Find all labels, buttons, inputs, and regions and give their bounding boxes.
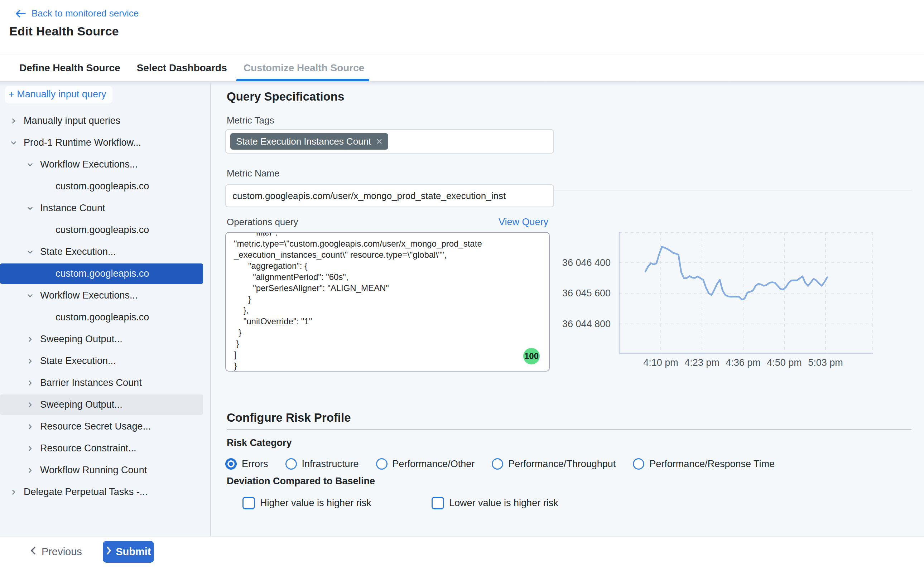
configure-risk-profile-heading: Configure Risk Profile bbox=[227, 411, 351, 424]
back-link[interactable]: Back to monitored service bbox=[14, 8, 138, 19]
remove-tag-icon[interactable]: × bbox=[376, 136, 383, 147]
metric-line-series bbox=[645, 247, 827, 300]
tree-item-label: Barrier Instances Count bbox=[40, 377, 142, 388]
chevron-right-icon bbox=[26, 422, 35, 431]
tree-item-barrier-instances-count[interactable]: Barrier Instances Count bbox=[0, 373, 203, 393]
tree-item-label: Workflow Executions... bbox=[40, 290, 138, 301]
svg-text:36 044 800: 36 044 800 bbox=[562, 319, 611, 329]
sidebar-tree: Manually input queriesProd-1 Runtime Wor… bbox=[0, 111, 210, 504]
submit-label: Submit bbox=[116, 546, 151, 558]
chevron-right-icon bbox=[106, 546, 112, 558]
tree-item-state-execution[interactable]: State Execution... bbox=[0, 351, 203, 371]
tree-item-resource-secret-usage[interactable]: Resource Secret Usage... bbox=[0, 416, 203, 437]
radio-icon bbox=[285, 458, 297, 470]
tab-select-dashboards[interactable]: Select Dashboards bbox=[137, 54, 227, 81]
chevron-right-icon bbox=[26, 400, 35, 409]
content: + Manually input query Manually input qu… bbox=[0, 81, 924, 536]
tree-item-delegate-perpetual-tasks[interactable]: Delegate Perpetual Tasks -... bbox=[0, 482, 203, 502]
tree-item-label: Delegate Perpetual Tasks -... bbox=[24, 486, 147, 498]
tree-item-label: Sweeping Output... bbox=[40, 334, 122, 345]
tree-item-label: Workflow Running Count bbox=[40, 465, 147, 476]
operations-query-editor[interactable]: "filter": "metric.type=\"custom.googleap… bbox=[225, 232, 550, 372]
risk-category-radio-performance-other[interactable]: Performance/Other bbox=[376, 458, 475, 470]
sidebar: + Manually input query Manually input qu… bbox=[0, 81, 211, 536]
deviation-checkbox-lower-value-is-higher-risk[interactable]: Lower value is higher risk bbox=[431, 497, 558, 509]
metric-tags-input[interactable]: State Execution Instances Count × bbox=[225, 129, 554, 154]
tree-item-label: Instance Count bbox=[40, 202, 105, 214]
risk-category-options: ErrorsInfrastructurePerformance/OtherPer… bbox=[225, 454, 792, 474]
radio-label: Performance/Throughput bbox=[508, 459, 616, 470]
checkbox-icon bbox=[242, 497, 255, 509]
svg-text:4:10 pm: 4:10 pm bbox=[643, 357, 678, 368]
manually-input-query-button[interactable]: + Manually input query bbox=[5, 86, 113, 104]
metric-tag-chip-label: State Execution Instances Count bbox=[236, 136, 371, 147]
metric-tags-label: Metric Tags bbox=[227, 115, 274, 126]
tree-item-label: custom.googleapis.co bbox=[56, 224, 149, 236]
tree-item-label: Resource Secret Usage... bbox=[40, 421, 151, 432]
chevron-down-icon bbox=[26, 204, 35, 213]
checkbox-label: Lower value is higher risk bbox=[449, 498, 558, 508]
chevron-right-icon bbox=[26, 379, 35, 387]
chevron-down-icon bbox=[9, 138, 18, 147]
tree-item-sweeping-output[interactable]: Sweeping Output... bbox=[0, 394, 203, 415]
deviation-label: Deviation Compared to Baseline bbox=[227, 476, 375, 487]
back-arrow-icon bbox=[14, 8, 27, 19]
tab-define-health-source[interactable]: Define Health Source bbox=[20, 54, 120, 81]
tree-item-sweeping-output[interactable]: Sweeping Output... bbox=[0, 329, 203, 350]
tree-item-manually-input-queries[interactable]: Manually input queries bbox=[0, 111, 203, 131]
tree-item-workflow-executions[interactable]: Workflow Executions... bbox=[0, 285, 203, 306]
checkbox-label: Higher value is higher risk bbox=[260, 498, 371, 508]
chevron-left-icon bbox=[29, 546, 37, 558]
radio-label: Infrastructure bbox=[302, 459, 359, 470]
tree-item-state-execution[interactable]: State Execution... bbox=[0, 242, 203, 262]
metric-name-label: Metric Name bbox=[227, 168, 279, 179]
chevron-right-icon bbox=[26, 444, 35, 453]
tree-item-workflow-running-count[interactable]: Workflow Running Count bbox=[0, 460, 203, 480]
header: Back to monitored service Edit Health So… bbox=[0, 0, 924, 54]
tree-item-label: custom.googleapis.co bbox=[56, 268, 149, 279]
chevron-right-icon bbox=[26, 335, 35, 344]
back-link-label: Back to monitored service bbox=[32, 8, 138, 19]
metric-name-input[interactable] bbox=[225, 184, 554, 207]
tab-bar: Define Health SourceSelect DashboardsCus… bbox=[0, 54, 924, 81]
svg-text:4:50 pm: 4:50 pm bbox=[767, 357, 802, 368]
deviation-options: Higher value is higher riskLower value i… bbox=[225, 493, 558, 513]
tab-customize-health-source[interactable]: Customize Health Source bbox=[243, 54, 365, 81]
deviation-checkbox-higher-value-is-higher-risk[interactable]: Higher value is higher risk bbox=[242, 497, 431, 509]
risk-category-radio-performance-throughput[interactable]: Performance/Throughput bbox=[492, 458, 616, 470]
checkbox-icon bbox=[431, 497, 444, 509]
main-panel: Query Specifications Metric Tags State E… bbox=[211, 81, 924, 536]
previous-button[interactable]: Previous bbox=[29, 546, 82, 558]
tree-item-custom-googleapis-co[interactable]: custom.googleapis.co bbox=[0, 176, 203, 196]
tree-item-instance-count[interactable]: Instance Count bbox=[0, 198, 203, 218]
tree-item-custom-googleapis-co[interactable]: custom.googleapis.co bbox=[0, 307, 203, 327]
tree-item-resource-constraint[interactable]: Resource Constraint... bbox=[0, 438, 203, 459]
view-query-link[interactable]: View Query bbox=[499, 217, 548, 228]
tree-item-custom-googleapis-co[interactable]: custom.googleapis.co bbox=[0, 220, 203, 240]
query-score-badge: 100 bbox=[523, 348, 540, 364]
operations-query-label: Operations query bbox=[227, 217, 298, 228]
risk-category-radio-errors[interactable]: Errors bbox=[225, 458, 268, 470]
tree-item-label: State Execution... bbox=[40, 246, 116, 257]
risk-category-radio-performance-response-time[interactable]: Performance/Response Time bbox=[633, 458, 775, 470]
submit-button[interactable]: Submit bbox=[103, 541, 154, 563]
risk-category-label: Risk Category bbox=[227, 437, 292, 448]
chevron-down-icon bbox=[26, 248, 35, 256]
svg-text:36 046 400: 36 046 400 bbox=[562, 257, 611, 268]
tree-item-label: Resource Constraint... bbox=[40, 443, 137, 454]
chevron-right-icon bbox=[9, 117, 18, 125]
chevron-right-icon bbox=[26, 466, 35, 475]
tree-item-prod-1-runtime-workflow[interactable]: Prod-1 Runtime Workflow... bbox=[0, 132, 203, 153]
footer: Previous Submit bbox=[0, 536, 924, 567]
metric-preview-chart: 36 046 40036 045 60036 044 8004:10 pm4:2… bbox=[559, 225, 917, 376]
page-title: Edit Health Source bbox=[9, 24, 119, 38]
tree-item-workflow-executions[interactable]: Workflow Executions... bbox=[0, 154, 203, 175]
edit-health-source-page: { "header": { "back_label": "Back to mon… bbox=[0, 0, 924, 567]
radio-icon bbox=[492, 458, 503, 470]
risk-category-radio-infrastructure[interactable]: Infrastructure bbox=[285, 458, 359, 470]
tree-item-label: Sweeping Output... bbox=[40, 399, 122, 410]
chevron-down-icon bbox=[26, 160, 35, 169]
tree-item-custom-googleapis-co[interactable]: custom.googleapis.co bbox=[0, 264, 203, 284]
radio-label: Performance/Other bbox=[392, 459, 475, 470]
radio-label: Errors bbox=[242, 459, 268, 470]
